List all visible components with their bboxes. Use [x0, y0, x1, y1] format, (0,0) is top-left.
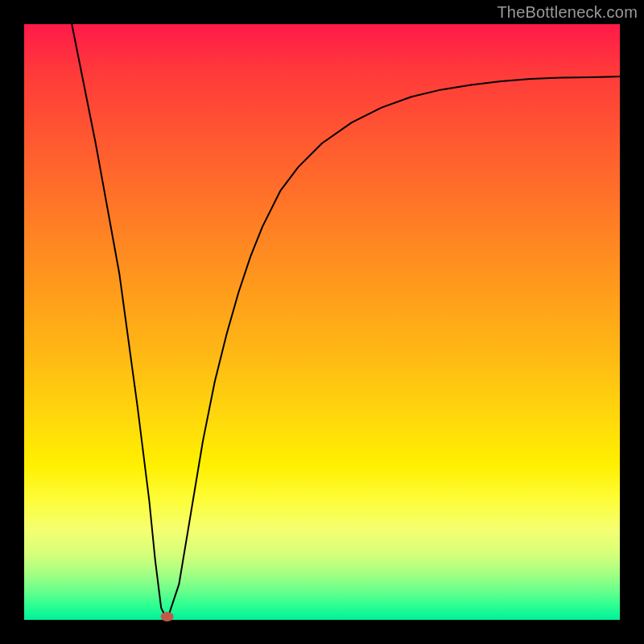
chart-frame: TheBottleneck.com — [0, 0, 644, 644]
watermark-text: TheBottleneck.com — [497, 3, 638, 22]
bottleneck-curve — [72, 24, 620, 620]
optimum-marker — [161, 612, 174, 621]
curve-svg — [24, 24, 620, 620]
plot-area — [24, 24, 620, 620]
